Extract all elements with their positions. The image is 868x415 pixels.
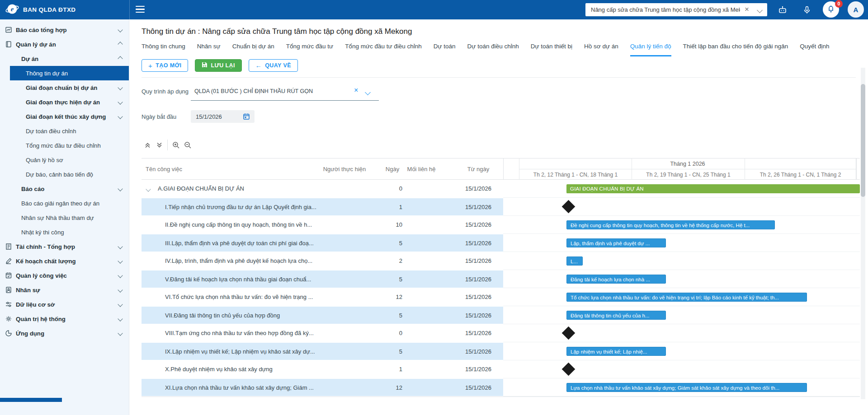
task-row[interactable]: X.Phê duyệt nhiệm vụ khảo sát xây dựng11… [142, 360, 503, 378]
sidebar-item[interactable]: Thông tin dự án [10, 66, 129, 80]
clear-search-icon[interactable]: × [742, 3, 752, 16]
action-buttons: + TẠO MỚI LƯU LẠI ← QUAY VỀ [142, 59, 298, 72]
sidebar-item[interactable]: Giai đoạn kết thúc xây dựng [0, 109, 129, 124]
sidebar-item[interactable]: Dự báo, cảnh báo tiến độ [0, 167, 129, 182]
brand-logo-icon: e [5, 2, 19, 18]
create-new-button[interactable]: + TẠO MỚI [142, 59, 188, 72]
gantt-task-bar[interactable]: Đề nghị cung cấp thông tin quy hoạch, th… [566, 220, 775, 229]
back-button[interactable]: ← QUAY VỀ [249, 59, 298, 72]
search-input[interactable]: Nâng cấp sửa chữa Trung tâm học tập cộng… [591, 3, 740, 16]
chevron-down-icon[interactable] [757, 7, 763, 13]
clear-select-icon[interactable]: × [354, 86, 358, 94]
tab[interactable]: Nhân sự [197, 43, 221, 56]
task-row[interactable]: VI.Tổ chức lựa chọn nhà thầu tư vấn: đo … [142, 288, 503, 306]
tab[interactable]: Tổng mức đầu tư điều chỉnh [345, 43, 422, 56]
gantt-task-bar[interactable]: Đăng tải kế hoạch lựa chọn nhà ... [566, 275, 666, 284]
double-chevron-down-icon[interactable] [153, 140, 165, 150]
tab[interactable]: Tổng mức đầu tư [286, 43, 333, 56]
sidebar-item[interactable]: Dự toán điều chỉnh [0, 124, 129, 138]
sidebar-item[interactable]: Dự án [0, 51, 129, 66]
sidebar-item-label: Giai đoạn thực hiện dự án [26, 99, 100, 106]
sidebar-item[interactable]: Quản trị hệ thống [0, 312, 129, 326]
task-row[interactable]: XI.Lựa chọn nhà thầu tư vấn khảo sát xây… [142, 378, 503, 396]
project-search-box[interactable]: Nâng cấp sửa chữa Trung tâm học tập cộng… [585, 3, 767, 16]
sidebar-item-label: Nhân sự Nhà thầu tham dự [21, 214, 94, 221]
tab[interactable]: Thiết lập ban đầu cho tiến độ giải ngân [683, 43, 788, 56]
task-row[interactable]: V.Đăng tải kế hoạch lựa chọn nhà thầu gi… [142, 270, 503, 288]
avatar[interactable]: A [848, 1, 864, 18]
sidebar-scrollbar-thumb[interactable] [0, 398, 62, 402]
start-date-field[interactable]: 15/1/2026 [191, 110, 255, 123]
task-row[interactable]: VIII.Tạm ứng cho nhà thầu tư vấn theo hợ… [142, 324, 503, 342]
microphone-icon[interactable] [801, 4, 813, 16]
gantt-task-bar[interactable]: Đăng tải thông tin chủ yếu của h... [566, 311, 666, 320]
apps-icon [5, 330, 12, 337]
task-days: 1 [357, 360, 402, 378]
task-row[interactable]: III.Lập, thẩm định và phê duyệt dự toán … [142, 234, 503, 252]
task-row[interactable]: I.Tiếp nhận chủ trương đầu tư dự án Lập … [142, 198, 503, 216]
sidebar-item[interactable]: Giai đoạn chuẩn bị dự án [0, 80, 129, 95]
gantt-task-bar[interactable]: Lập nhiệm vụ thiết kế; Lập nhiệ... [566, 347, 666, 356]
gantt-task-bar[interactable]: Lựa chọn nhà thầu tư vấn khảo sát xây dự… [566, 383, 807, 392]
task-days: 12 [357, 379, 402, 397]
task-days: 5 [357, 343, 402, 361]
robot-icon[interactable] [776, 4, 789, 16]
sidebar-item[interactable]: Báo cáo [0, 182, 129, 196]
sidebar-item[interactable]: Quản lý hồ sơ [0, 153, 129, 167]
tab[interactable]: Quản lý tiến độ [630, 43, 671, 56]
sidebar-item[interactable]: Nhật ký thi công [0, 225, 129, 239]
tab[interactable]: Thông tin chung [142, 43, 185, 56]
task-row[interactable]: A.GIAI ĐOẠN CHUẨN BỊ DỰ ÁN015/1/2026 [142, 180, 503, 198]
topbar-separator [129, 0, 130, 19]
sidebar-item[interactable]: Nhân sự Nhà thầu tham dự [0, 210, 129, 225]
task-row[interactable]: VII.Đăng tải thông tin chủ yếu của hợp đ… [142, 306, 503, 324]
tab[interactable]: Dự toán thiết bị [531, 43, 572, 56]
tab[interactable]: Chuẩn bị dự án [232, 43, 274, 56]
sidebar-item[interactable]: Kế hoạch chất lượng [0, 254, 129, 268]
chevron-down-icon[interactable] [146, 187, 151, 191]
hamburger-menu-icon[interactable] [136, 6, 145, 13]
sliders-icon [5, 301, 12, 308]
sidebar-item[interactable]: Quản lý công việc [0, 268, 129, 283]
save-button[interactable]: LƯU LẠI [195, 59, 241, 72]
gear-icon [5, 315, 12, 323]
sidebar-item[interactable]: Nhân sự [0, 283, 129, 297]
chevron-down-icon[interactable] [365, 89, 371, 95]
notifications-button[interactable]: 0 [823, 1, 839, 18]
sidebar-item-label: Quản lý dự án [16, 41, 56, 48]
start-date-value[interactable]: 15/1/2026 [196, 113, 222, 120]
sidebar-item[interactable]: Ứng dụng [0, 326, 129, 340]
zoom-in-icon[interactable] [170, 140, 182, 150]
tab[interactable]: Dự toán [434, 43, 456, 56]
sidebar-item[interactable]: Báo cáo tổng hợp [0, 23, 129, 37]
vertical-scrollbar-thumb[interactable] [861, 84, 865, 197]
chevron-down-icon [118, 302, 123, 307]
task-row[interactable]: II.Đề nghị cung cấp thông tin quy hoạch,… [142, 216, 503, 234]
sidebar-item[interactable]: Tài chính - Tổng hợp [0, 239, 129, 254]
gantt-task-bar[interactable]: Tổ chức lựa chọn nhà thầu tư vấn: đo vẽ … [566, 293, 807, 302]
sidebar-item[interactable]: Tổng mức đầu tư điều chỉnh [0, 138, 129, 153]
sidebar-item[interactable]: Dữ liệu cơ sở [0, 297, 129, 312]
calendar-icon[interactable] [243, 113, 250, 122]
tab[interactable]: Hồ sơ dự án [584, 43, 618, 56]
sidebar-item[interactable]: Giai đoạn thực hiện dự án [0, 95, 129, 109]
tab[interactable]: Quyết định [800, 43, 829, 56]
brand-name: BAN QLDA ĐTXD [23, 6, 75, 13]
gantt-task-bar[interactable]: Lập, thẩm định và phê duyệt dự ... [566, 238, 666, 247]
brand: e BAN QLDA ĐTXD [5, 0, 75, 19]
tab[interactable]: Dự toán điều chỉnh [467, 43, 519, 56]
task-row[interactable]: IV.Lập, trình, thẩm định và phê duyệt kế… [142, 252, 503, 270]
sidebar-item-label: Giai đoạn kết thúc xây dựng [26, 113, 106, 120]
sidebar-item[interactable]: Quản lý dự án [0, 37, 129, 51]
gantt-task-bar[interactable]: L... [566, 256, 583, 266]
page-title: Thông tin dự án : Nâng cấp sửa chữa Trun… [142, 27, 412, 36]
task-row[interactable]: IX.Lập nhiệm vụ thiết kế; Lập nhiệm vụ k… [142, 342, 503, 360]
gantt-project-bar[interactable]: GIAI ĐOẠN CHUẨN BỊ DỰ ÁN [566, 184, 860, 193]
sidebar-item[interactable]: Báo cáo giải ngân theo dự án [0, 196, 129, 210]
double-chevron-up-icon[interactable] [142, 140, 153, 150]
vertical-scrollbar[interactable] [861, 68, 865, 399]
gantt-toolbar [142, 139, 193, 151]
task-from: 15/1/2026 [458, 288, 499, 306]
zoom-out-icon[interactable] [182, 140, 193, 150]
process-select[interactable]: QLDA (01 BƯỚC ) CHỈ ĐỊNH THẦU RÚT GỌN [194, 88, 313, 94]
